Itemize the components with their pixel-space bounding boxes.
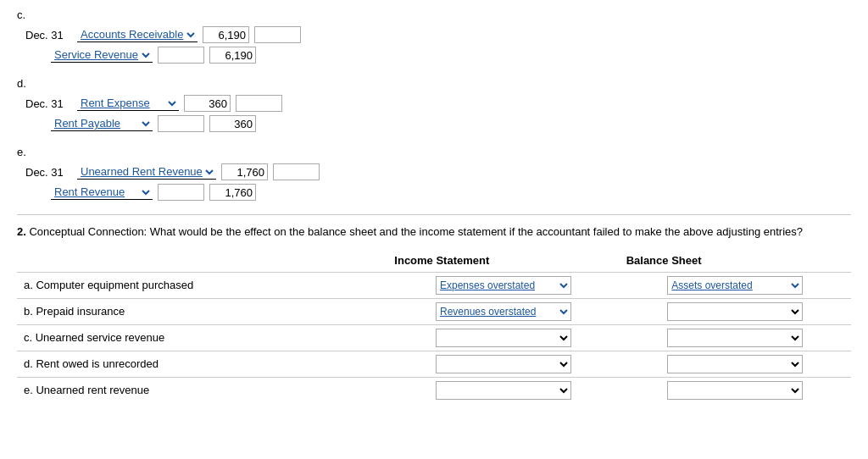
date-d: Dec. 31 — [25, 97, 72, 110]
th-income: Income Statement — [387, 249, 619, 273]
question-2-number: 2. — [17, 225, 26, 238]
th-empty — [17, 249, 387, 273]
income-select-4[interactable] — [436, 381, 571, 400]
account-select-d-debit[interactable]: Rent Expense — [77, 96, 179, 111]
credit-amount-e[interactable] — [209, 184, 256, 201]
debit-empty-d[interactable] — [236, 95, 282, 112]
debit-amount-c[interactable] — [203, 26, 249, 43]
effects-row-balance-4 — [620, 378, 851, 404]
income-select-3[interactable] — [436, 355, 571, 373]
effects-row-income-3 — [387, 351, 619, 378]
effects-row-income-4 — [387, 378, 619, 404]
account-select-e-debit[interactable]: Unearned Rent Revenue — [77, 164, 216, 180]
effects-row-balance-0: Assets overstated — [620, 273, 851, 299]
effects-row-label-2: c. Unearned service revenue — [17, 325, 387, 351]
th-balance: Balance Sheet — [620, 249, 851, 273]
effects-row-label-3: d. Rent owed is unrecorded — [17, 351, 387, 378]
debit-amount-e[interactable] — [221, 163, 268, 180]
effects-row-0: a. Computer equipment purchasedExpenses … — [17, 273, 851, 299]
effects-row-income-1: Revenues overstated — [387, 299, 619, 325]
income-select-0[interactable]: Expenses overstated — [436, 276, 571, 295]
account-select-c-credit[interactable]: Service Revenue — [51, 47, 153, 63]
balance-select-1[interactable] — [667, 302, 803, 321]
effects-row-label-1: b. Prepaid insurance — [17, 299, 387, 325]
question-2-text: 2. Conceptual Connection: What would be … — [17, 224, 851, 241]
effects-row-income-2 — [387, 325, 619, 351]
entry-row-d-debit: Dec. 31 Rent Expense — [25, 95, 851, 112]
section-c-label: c. — [17, 8, 851, 21]
effects-row-4: e. Unearned rent revenue — [17, 378, 851, 404]
entry-row-e-credit: Rent Revenue — [51, 184, 851, 201]
credit-amount-d[interactable] — [209, 115, 256, 132]
section-e: e. Dec. 31 Unearned Rent Revenue Rent Re… — [17, 146, 851, 201]
entry-row-c-debit: Dec. 31 Accounts Receivable — [25, 26, 851, 43]
effects-row-label-0: a. Computer equipment purchased — [17, 273, 387, 299]
account-select-c-debit[interactable]: Accounts Receivable — [77, 27, 198, 42]
effects-row-balance-2 — [620, 325, 851, 351]
section-c: c. Dec. 31 Accounts Receivable Service R… — [17, 8, 851, 64]
credit-empty-d[interactable] — [158, 115, 204, 132]
debit-amount-d[interactable] — [184, 95, 231, 112]
balance-select-3[interactable] — [667, 355, 803, 373]
account-select-d-credit[interactable]: Rent Payable — [51, 116, 153, 131]
balance-select-2[interactable] — [667, 329, 803, 347]
effects-row-income-0: Expenses overstated — [387, 273, 619, 299]
credit-amount-c[interactable] — [209, 47, 256, 64]
balance-select-4[interactable] — [667, 381, 803, 400]
credit-empty-e[interactable] — [158, 184, 204, 201]
effects-table: Income Statement Balance Sheet a. Comput… — [17, 249, 851, 404]
date-c: Dec. 31 — [25, 29, 72, 41]
entry-row-c-credit: Service Revenue — [51, 47, 851, 64]
debit-empty-c[interactable] — [254, 26, 301, 43]
income-select-1[interactable]: Revenues overstated — [436, 302, 571, 321]
question-2: 2. Conceptual Connection: What would be … — [17, 224, 851, 403]
effects-row-balance-3 — [620, 351, 851, 378]
effects-row-balance-1 — [620, 299, 851, 325]
question-2-body: Conceptual Connection: What would be the… — [29, 225, 803, 238]
effects-row-label-4: e. Unearned rent revenue — [17, 378, 387, 404]
income-select-2[interactable] — [436, 329, 571, 347]
journal-entry-c: Dec. 31 Accounts Receivable Service Reve… — [25, 26, 851, 64]
section-d: d. Dec. 31 Rent Expense Rent Payable — [17, 77, 851, 132]
effects-row-1: b. Prepaid insuranceRevenues overstated — [17, 299, 851, 325]
divider — [17, 214, 851, 215]
effects-row-2: c. Unearned service revenue — [17, 325, 851, 351]
entry-row-d-credit: Rent Payable — [51, 115, 851, 132]
balance-select-0[interactable]: Assets overstated — [667, 276, 803, 295]
date-e: Dec. 31 — [25, 166, 72, 179]
section-d-label: d. — [17, 77, 851, 90]
section-e-label: e. — [17, 146, 851, 158]
effects-row-3: d. Rent owed is unrecorded — [17, 351, 851, 378]
journal-entry-d: Dec. 31 Rent Expense Rent Payable — [25, 95, 851, 132]
entry-row-e-debit: Dec. 31 Unearned Rent Revenue — [25, 163, 851, 180]
journal-entry-e: Dec. 31 Unearned Rent Revenue Rent Reven… — [25, 163, 851, 201]
debit-empty-e[interactable] — [273, 163, 320, 180]
credit-empty-c[interactable] — [158, 47, 204, 64]
account-select-e-credit[interactable]: Rent Revenue — [51, 185, 153, 200]
